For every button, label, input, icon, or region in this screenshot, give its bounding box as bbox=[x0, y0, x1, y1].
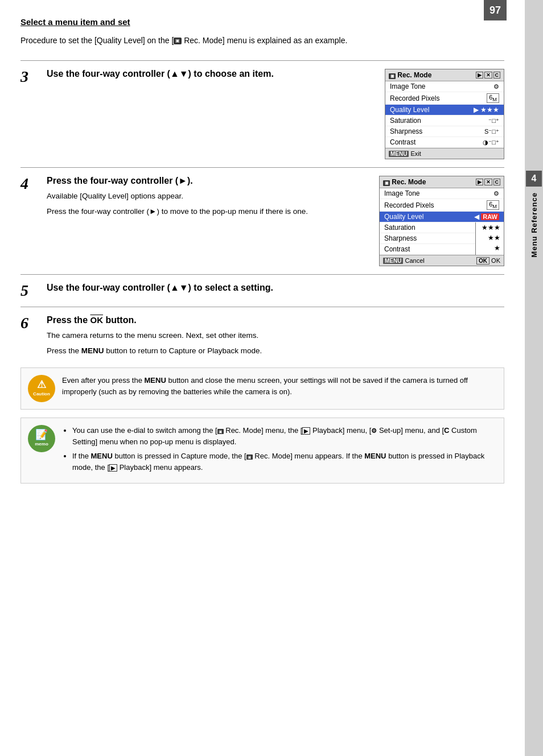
memo-text: You can use the e-dial to switch among t… bbox=[62, 425, 497, 476]
screen2-row-sharpness: Sharpness bbox=[380, 233, 475, 244]
play-icon-memo: ▶ bbox=[302, 427, 310, 435]
popup-val-1: ★★★ bbox=[476, 222, 504, 233]
step-5-content: Use the four-way controller (▲▼) to sele… bbox=[47, 283, 504, 298]
step-6-number: 6 bbox=[20, 315, 41, 331]
screen1-row-imagetone: Image Tone ⚙ bbox=[385, 81, 504, 92]
memo-notice: 📝 memo You can use the e-dial to switch … bbox=[20, 418, 504, 484]
screen1-header: ▣ Rec. Mode ▶ ✕ C bbox=[385, 69, 504, 81]
step-5-number: 5 bbox=[20, 283, 41, 299]
screen1-row-recordedpixels: Recorded Pixels 6M bbox=[385, 92, 504, 105]
cam-icon-memo: ▣ bbox=[217, 429, 224, 434]
step-6-content: Press the OK button. The camera returns … bbox=[47, 315, 504, 357]
screen2-row-saturation: Saturation bbox=[380, 222, 475, 233]
step-5-title: Use the four-way controller (▲▼) to sele… bbox=[47, 283, 504, 293]
step-3-number: 3 bbox=[20, 69, 41, 85]
step-4-row: 4 Press the four-way controller (►). Ava… bbox=[20, 167, 504, 266]
step-5-row: 5 Use the four-way controller (▲▼) to se… bbox=[20, 274, 504, 299]
menu-btn-label2: MENU bbox=[383, 258, 403, 264]
memo-bullet-1: You can use the e-dial to switch among t… bbox=[72, 425, 497, 447]
screen2-header-left: ▣ Rec. Mode bbox=[383, 178, 426, 186]
screen2-header-icons: ▶ ✕ C bbox=[476, 179, 501, 185]
play-icon-memo2: ▶ bbox=[109, 464, 117, 472]
ok-text: OK bbox=[90, 315, 103, 325]
step-4-number: 4 bbox=[20, 176, 41, 192]
caution-symbol: ⚠ bbox=[37, 379, 46, 390]
screen2-footer: MENU Cancel OK OK bbox=[380, 255, 504, 266]
cam-icon-memo2: ▣ bbox=[246, 455, 253, 460]
page-number: 97 bbox=[484, 0, 507, 20]
screen1-row-qualitylevel: Quality Level ▶ ★★★ bbox=[385, 105, 504, 115]
memo-menu-ref1: MENU bbox=[91, 452, 113, 460]
screen2-row-contrast: Contrast bbox=[380, 244, 475, 255]
step-4-content: Press the four-way controller (►). Avail… bbox=[47, 176, 368, 218]
caution-menu-ref: MENU bbox=[145, 376, 166, 385]
screen2-left-rows: Saturation Sharpness Contrast bbox=[380, 222, 475, 255]
memo-bullet-2: If the MENU button is pressed in Capture… bbox=[72, 451, 497, 473]
intro-text: Procedure to set the [Quality Level] on … bbox=[20, 35, 504, 47]
step-3-row: 3 Use the four-way controller (▲▼) to ch… bbox=[20, 60, 504, 159]
step-3-content: Use the four-way controller (▲▼) to choo… bbox=[47, 69, 373, 84]
custom-icon-memo: C bbox=[444, 426, 449, 435]
screen2-quality-row-container: Quality Level ◀ RAW bbox=[380, 212, 504, 222]
screen1-header-icons: ▶ ✕ C bbox=[476, 72, 501, 79]
memo-icon: 📝 memo bbox=[28, 425, 55, 452]
camera-rec-icon: ▣ bbox=[174, 38, 182, 44]
camera-screen-1: ▣ Rec. Mode ▶ ✕ C Image Tone ⚙ bbox=[385, 69, 504, 159]
menu-ref: MENU bbox=[81, 346, 104, 355]
step-4-title: Press the four-way controller (►). bbox=[47, 176, 368, 186]
screen1-row-saturation: Saturation ⁻□⁺ bbox=[385, 115, 504, 126]
popup-val-2: ★★ bbox=[476, 233, 504, 243]
step-4-screenshot: ▣ Rec. Mode ▶ ✕ C Image Tone ⚙ bbox=[379, 176, 504, 266]
menu-btn-label: MENU bbox=[389, 151, 409, 157]
caution-label: Caution bbox=[33, 391, 50, 398]
raw-badge: RAW bbox=[481, 213, 499, 220]
step-3-screenshot: ▣ Rec. Mode ▶ ✕ C Image Tone ⚙ bbox=[385, 69, 504, 159]
section-heading: Select a menu item and set bbox=[20, 17, 504, 27]
step-6-body: The camera returns to the menu screen. N… bbox=[47, 330, 504, 357]
screen1-row-sharpness: Sharpness S⁻□⁺ bbox=[385, 126, 504, 137]
side-tab-number: 4 bbox=[526, 171, 542, 187]
screen2-row-recordedpixels: Recorded Pixels 6M bbox=[380, 199, 504, 212]
camera-screen-2: ▣ Rec. Mode ▶ ✕ C Image Tone ⚙ bbox=[379, 176, 504, 266]
screen2-row-qualitylevel: Quality Level ◀ RAW bbox=[380, 212, 504, 222]
memo-menu-ref2: MENU bbox=[364, 452, 386, 460]
cam-icon-small2: ▣ bbox=[383, 180, 390, 186]
popup-val-3: ★ bbox=[476, 243, 504, 253]
step-4-body: Available [Quality Level] options appear… bbox=[47, 191, 368, 218]
caution-icon: ⚠ Caution bbox=[28, 375, 55, 402]
memo-symbol: 📝 bbox=[35, 429, 48, 440]
memo-label: memo bbox=[35, 441, 48, 448]
step-6-title: Press the OK button. bbox=[47, 315, 504, 325]
screen1-header-left: ▣ Rec. Mode bbox=[389, 71, 431, 79]
screen2-popup-container: Saturation Sharpness Contrast bbox=[380, 222, 504, 255]
screen2-row-imagetone: Image Tone ⚙ bbox=[380, 188, 504, 199]
screen1-footer: MENU Exit bbox=[385, 148, 504, 159]
side-tab: 4 Menu Reference bbox=[525, 0, 543, 756]
screen2-popup-values: ★★★ ★★ ★ bbox=[475, 222, 504, 255]
step-3-title: Use the four-way controller (▲▼) to choo… bbox=[47, 69, 373, 79]
screen1-row-contrast: Contrast ◑⁻□⁺ bbox=[385, 137, 504, 148]
side-tab-text: Menu Reference bbox=[530, 192, 538, 257]
main-content: 97 Select a menu item and set Procedure … bbox=[0, 0, 525, 756]
screen2-header: ▣ Rec. Mode ▶ ✕ C bbox=[380, 176, 504, 188]
step-6-row: 6 Press the OK button. The camera return… bbox=[20, 307, 504, 357]
cam-icon-small: ▣ bbox=[389, 73, 396, 79]
ok-badge: OK bbox=[476, 257, 489, 265]
caution-notice: ⚠ Caution Even after you press the MENU … bbox=[20, 367, 504, 410]
caution-text: Even after you press the MENU button and… bbox=[62, 375, 497, 397]
setup-icon-memo: ⚙ bbox=[371, 427, 377, 434]
